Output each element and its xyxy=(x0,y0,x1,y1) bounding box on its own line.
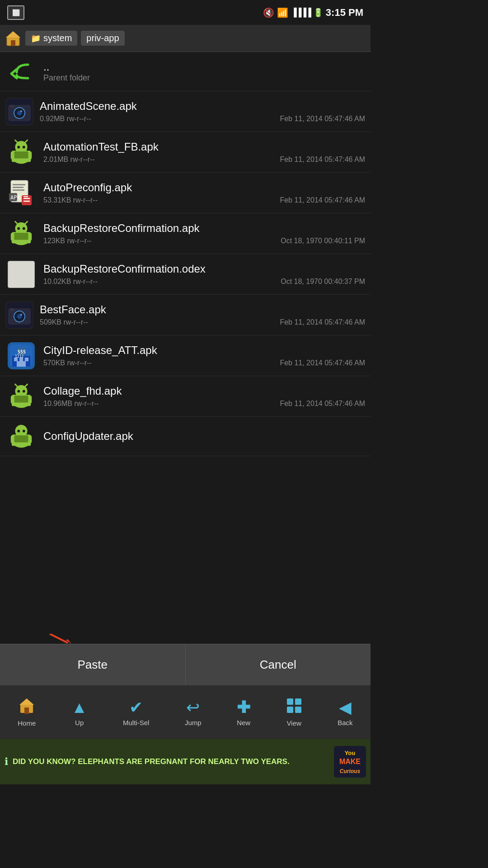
android-icon-2 xyxy=(5,218,37,250)
list-item[interactable]: Collage_fhd.apk 10.96MB rw-r--r-- Feb 11… xyxy=(0,376,371,417)
svg-rect-40 xyxy=(28,233,32,241)
list-item[interactable]: 555 1212 CityID-release_ATT.apk 570KB rw… xyxy=(0,335,371,376)
status-bar: ⬜ 🔇 📶 ▐▐▐▐ 🔋 3:15 PM xyxy=(0,0,371,25)
action-buttons: Paste Cancel xyxy=(0,644,371,685)
back-arrow-icon xyxy=(5,56,37,87)
cityid-icon: 555 1212 xyxy=(5,340,37,372)
file-list: .. Parent folder AnimatedScene.apk xyxy=(0,52,371,634)
list-item[interactable]: BestFace.apk 509KB rw-r--r-- Feb 11, 201… xyxy=(0,295,371,335)
file-info: BestFace.apk 509KB rw-r--r-- Feb 11, 201… xyxy=(40,303,365,326)
svg-rect-69 xyxy=(28,396,32,403)
file-info: AnimatedScene.apk 0.92MB rw-r--r-- Feb 1… xyxy=(40,100,365,123)
android-icon-4 xyxy=(5,420,37,452)
list-item[interactable]: BackupRestoreConfirmation.odex 10.02KB r… xyxy=(0,254,371,295)
svg-point-65 xyxy=(23,390,25,392)
nav-new[interactable]: ✚ New xyxy=(232,694,255,730)
svg-marker-83 xyxy=(19,698,34,705)
svg-rect-23 xyxy=(13,184,25,185)
cancel-button[interactable]: Cancel xyxy=(186,644,371,685)
svg-line-16 xyxy=(25,140,28,142)
mute-icon: 🔇 xyxy=(263,7,274,18)
content-area: .. Parent folder AnimatedScene.apk xyxy=(0,52,371,685)
svg-rect-86 xyxy=(295,698,301,705)
nav-home[interactable]: Home xyxy=(13,694,40,731)
multisel-icon: ✔ xyxy=(129,698,143,717)
status-bar-right: 🔇 📶 ▐▐▐▐ 🔋 3:15 PM xyxy=(263,7,363,19)
svg-point-76 xyxy=(17,430,20,433)
back-icon: ◀ xyxy=(339,698,352,717)
svg-rect-50 xyxy=(10,308,14,311)
svg-rect-88 xyxy=(295,707,301,713)
svg-rect-25 xyxy=(13,189,24,191)
ad-banner[interactable]: ℹ DID YOU KNOW? ELEPHANTS ARE PREGNANT F… xyxy=(0,739,371,784)
list-item[interactable]: APK AutoPreconfig.apk 53.31KB rw-r--r-- … xyxy=(0,173,371,213)
file-info: AutomationTest_FB.apk 2.01MB rw-r--r-- F… xyxy=(43,141,365,164)
file-info: BackupRestoreConfirmation.apk 123KB rw-r… xyxy=(43,222,365,245)
ad-text: DID YOU KNOW? ELEPHANTS ARE PREGNANT FOR… xyxy=(13,756,329,767)
status-bar-left: ⬜ xyxy=(7,5,24,20)
svg-point-49 xyxy=(20,314,22,316)
list-item[interactable]: AutomationTest_FB.apk 2.01MB rw-r--r-- F… xyxy=(0,132,371,173)
svg-rect-68 xyxy=(11,396,14,403)
file-info: AutoPreconfig.apk 53.31KB rw-r--r-- Feb … xyxy=(43,181,365,204)
apk-camera-icon xyxy=(5,98,33,126)
android-icon xyxy=(5,137,37,168)
breadcrumb-system[interactable]: 📁 system xyxy=(25,31,77,46)
svg-rect-78 xyxy=(11,435,14,443)
svg-point-13 xyxy=(17,146,20,148)
new-icon: ✚ xyxy=(237,698,250,717)
svg-rect-87 xyxy=(287,707,293,713)
folder-icon: 📁 xyxy=(31,33,41,43)
svg-rect-39 xyxy=(11,233,14,241)
document-icon: APK xyxy=(5,177,37,209)
svg-rect-56 xyxy=(25,358,28,361)
svg-text:1212: 1212 xyxy=(15,354,23,359)
svg-point-14 xyxy=(23,146,25,148)
nav-multisel[interactable]: ✔ Multi-Sel xyxy=(118,694,154,730)
wifi-icon: 📶 xyxy=(277,7,288,18)
info-icon: ℹ xyxy=(5,756,8,768)
svg-rect-85 xyxy=(287,698,293,705)
list-item[interactable]: BackupRestoreConfirmation.apk 123KB rw-r… xyxy=(0,213,371,254)
svg-rect-9 xyxy=(10,105,14,108)
arrow-area xyxy=(0,634,371,644)
list-item[interactable]: AnimatedScene.apk 0.92MB rw-r--r-- Feb 1… xyxy=(0,91,371,132)
parent-folder-text: .. Parent folder xyxy=(43,61,90,83)
file-info: ConfigUpdater.apk xyxy=(43,430,365,443)
screen-icon: ⬜ xyxy=(7,5,24,20)
parent-folder-item[interactable]: .. Parent folder xyxy=(0,52,371,91)
svg-point-75 xyxy=(15,425,27,437)
home-breadcrumb[interactable] xyxy=(5,30,22,47)
list-item[interactable]: ConfigUpdater.apk xyxy=(0,417,371,456)
svg-rect-57 xyxy=(17,361,26,367)
svg-rect-21 xyxy=(14,151,28,158)
nav-view[interactable]: View xyxy=(282,694,307,731)
svg-line-38 xyxy=(25,221,28,224)
bottom-nav: Home ▲ Up ✔ Multi-Sel ↩ Jump ✚ New View … xyxy=(0,685,371,739)
clock: 3:15 PM xyxy=(326,7,363,19)
jump-icon: ↩ xyxy=(186,698,200,717)
svg-rect-17 xyxy=(11,151,14,159)
nav-up[interactable]: ▲ Up xyxy=(67,694,92,730)
nav-back[interactable]: ◀ Back xyxy=(333,694,357,730)
svg-line-15 xyxy=(15,140,18,142)
ad-cta[interactable]: You MAKE Curious xyxy=(334,746,366,778)
breadcrumb-bar: 📁 system priv-app xyxy=(0,25,371,52)
svg-point-77 xyxy=(23,430,25,433)
svg-rect-80 xyxy=(14,435,28,442)
home-icon xyxy=(19,698,35,717)
up-icon: ▲ xyxy=(71,698,88,717)
svg-rect-79 xyxy=(28,435,32,443)
file-info: Collage_fhd.apk 10.96MB rw-r--r-- Feb 11… xyxy=(43,385,365,408)
breadcrumb-priv-app[interactable]: priv-app xyxy=(81,31,124,46)
file-info: CityID-release_ATT.apk 570KB rw-r--r-- F… xyxy=(43,344,365,367)
svg-text:555: 555 xyxy=(18,349,26,354)
svg-rect-72 xyxy=(14,396,28,402)
svg-line-67 xyxy=(25,384,28,387)
paste-button[interactable]: Paste xyxy=(0,644,186,685)
svg-rect-2 xyxy=(11,40,15,46)
svg-point-36 xyxy=(23,227,25,230)
apk-camera-icon-2 xyxy=(5,301,33,329)
svg-rect-18 xyxy=(28,151,32,159)
nav-jump[interactable]: ↩ Jump xyxy=(180,694,206,730)
